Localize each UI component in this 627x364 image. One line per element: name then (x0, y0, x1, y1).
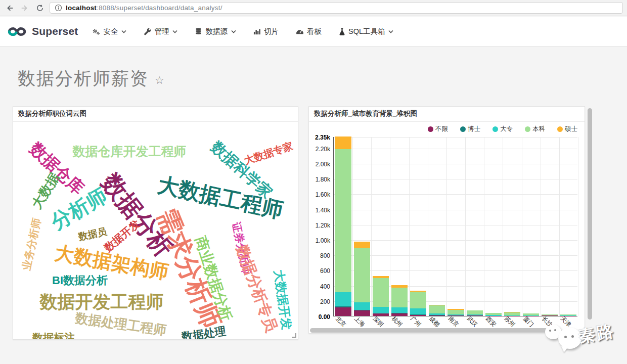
horizontal-scrollbar[interactable] (310, 328, 558, 333)
nav-item-sqllab[interactable]: SQL工具箱 (339, 27, 394, 36)
dashboard-area: 数据分析师薪资 ☆ 数据分析师职位词云图 数据仓库开发工程师大数据专家数据仓库数… (0, 47, 627, 364)
browser-toolbar: localhost:8088/superset/dashboard/data_a… (0, 0, 627, 16)
y-axis: 0.002004006008001.00k1.20k1.40k1.60k1.80… (309, 137, 331, 316)
gridline (371, 137, 372, 316)
gridline (334, 149, 577, 149)
bar-segment-本科[interactable] (354, 248, 370, 302)
gridline (390, 137, 390, 316)
gridline (484, 137, 484, 316)
x-tick-label: 厦门 (522, 315, 535, 329)
gears-icon (92, 28, 100, 35)
bar-segment-本科[interactable] (447, 310, 464, 314)
bar-南京[interactable] (447, 309, 464, 316)
bar-segment-本科[interactable] (429, 305, 445, 313)
bar-segment-本科[interactable] (335, 149, 351, 292)
wordcloud-panel-header[interactable]: 数据分析师职位词云图 (13, 107, 298, 121)
bar-西安[interactable] (485, 313, 502, 316)
x-tick-label: 杭州 (390, 315, 404, 329)
back-button[interactable] (4, 3, 15, 14)
navbar-menu: 安全管理数据源切片看板SQL工具箱 (92, 27, 393, 36)
bar-segment-不限[interactable] (335, 307, 351, 316)
address-bar[interactable]: localhost:8088/superset/dashboard/data_a… (50, 2, 623, 14)
legend-item-硕士[interactable]: 硕士 (557, 125, 577, 133)
chevron-down-icon (388, 30, 393, 33)
legend-item-本科[interactable]: 本科 (525, 125, 545, 133)
gridline (446, 137, 447, 316)
legend-label: 本科 (532, 125, 545, 133)
y-tick-label: 600 (320, 267, 330, 275)
app-navbar: Superset 安全管理数据源切片看板SQL工具箱 (0, 17, 627, 47)
legend-item-博士[interactable]: 博士 (460, 125, 480, 133)
nav-item-slices[interactable]: 切片 (253, 27, 279, 36)
y-tick-label: 1.00k (316, 237, 330, 244)
forward-button[interactable] (19, 3, 30, 14)
bar-成都[interactable] (429, 305, 445, 316)
favorite-star-icon[interactable]: ☆ (155, 74, 164, 86)
url-text: localhost:8088/superset/dashboard/data_a… (66, 4, 222, 12)
gridline (334, 137, 577, 138)
wordcloud-word: 数据处理工程师 (74, 311, 167, 337)
gauge-icon (296, 28, 304, 35)
resize-handle[interactable] (292, 333, 296, 338)
x-tick-label: 成都 (428, 315, 441, 329)
flask-icon (339, 28, 345, 35)
bar-segment-大专[interactable] (354, 302, 370, 310)
chevron-down-icon (231, 30, 236, 33)
legend-item-不限[interactable]: 不限 (428, 125, 448, 133)
wordcloud-word: 数据分析专员 (234, 243, 280, 334)
bar-segment-不限[interactable] (373, 313, 389, 316)
bar-segment-大专[interactable] (410, 308, 426, 314)
y-tick-label: 1.20k (316, 222, 330, 229)
bar-segment-大专[interactable] (335, 292, 351, 307)
bar-苏州[interactable] (504, 312, 520, 316)
info-icon[interactable] (55, 4, 62, 12)
bar-segment-大专[interactable] (391, 307, 408, 313)
gridline (465, 137, 466, 316)
nav-item-manage[interactable]: 管理 (144, 27, 177, 36)
bar-广州[interactable] (410, 291, 426, 316)
vertical-scrollbar[interactable] (588, 108, 592, 320)
x-tick-label: 上海 (352, 315, 366, 329)
nav-item-label: 安全 (103, 27, 118, 36)
x-tick-label: 南京 (446, 315, 460, 329)
wordcloud-word: 数据仓库开发工程师 (73, 145, 187, 158)
bar-segment-不限[interactable] (391, 313, 408, 316)
nav-item-label: 数据源 (205, 27, 228, 36)
nav-item-label: SQL工具箱 (348, 27, 385, 36)
nav-item-label: 切片 (264, 27, 279, 36)
bar-segment-硕士[interactable] (335, 136, 351, 149)
bar-segment-大专[interactable] (373, 307, 389, 313)
bar-北京[interactable] (335, 136, 351, 316)
gridline (334, 164, 577, 164)
stacked-bar-panel-header[interactable]: 数据分析师_城市教育背景_堆积图 (309, 107, 585, 121)
wordcloud-chart: 数据仓库开发工程师大数据专家数据仓库数据科学家大数据工程师大数据分析师数据分析数… (13, 122, 299, 339)
bar-segment-本科[interactable] (391, 288, 408, 307)
nav-item-sources[interactable]: 数据源 (195, 27, 236, 36)
bar-上海[interactable] (354, 242, 370, 316)
nav-item-security[interactable]: 安全 (92, 27, 126, 36)
legend-label: 博士 (468, 125, 480, 133)
legend-label: 不限 (435, 125, 448, 133)
legend-item-大专[interactable]: 大专 (492, 125, 513, 133)
bar-杭州[interactable] (391, 285, 408, 316)
x-tick-label: 西安 (484, 315, 498, 329)
bar-segment-硕士[interactable] (354, 242, 370, 248)
bar-segment-不限[interactable] (354, 310, 370, 316)
bar-武汉[interactable] (467, 310, 483, 316)
bar-segment-本科[interactable] (467, 310, 483, 314)
bar-深圳[interactable] (373, 276, 389, 316)
nav-item-label: 看板 (307, 27, 322, 36)
bar-segment-本科[interactable] (373, 278, 389, 307)
legend-dot-icon (557, 126, 563, 132)
gridline (334, 301, 577, 302)
y-tick-label: 1.60k (316, 191, 330, 198)
bar-segment-本科[interactable] (410, 292, 426, 308)
legend-dot-icon (460, 126, 466, 132)
wordcloud-word: 数据开发工程师 (40, 293, 164, 310)
refresh-button[interactable] (34, 3, 46, 14)
wordcloud-word: 数据开发 (102, 218, 142, 253)
gridline (334, 225, 577, 225)
superset-logo[interactable]: Superset (7, 25, 78, 37)
nav-item-dashboards[interactable]: 看板 (296, 27, 322, 36)
gridline (559, 137, 560, 316)
